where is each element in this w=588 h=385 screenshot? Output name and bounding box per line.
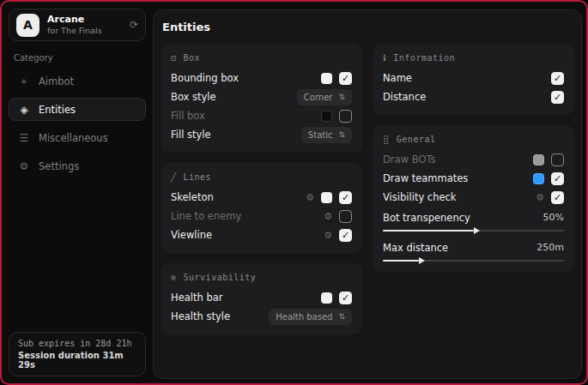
row-label: Health bar — [171, 292, 223, 304]
health-style-dropdown[interactable]: Health based ⇅ — [269, 309, 352, 325]
draw-bots-checkbox[interactable] — [551, 153, 564, 166]
right-column: ℹ Information Name Distance — [373, 44, 574, 272]
row-label: Draw BOTs — [383, 153, 436, 165]
brand-card: A Arcane for The Finals ⟳ — [9, 9, 146, 41]
row-label: Box style — [171, 91, 216, 103]
grid-icon: ⣿ — [383, 135, 390, 144]
panel-information-header: ℹ Information — [383, 53, 564, 63]
sync-icon[interactable]: ⟳ — [130, 19, 138, 31]
gear-icon[interactable]: ⚙ — [324, 211, 332, 222]
gear-icon[interactable]: ⚙ — [324, 230, 332, 241]
bounding-box-checkbox[interactable] — [339, 72, 352, 85]
panel-survivability-header: ⊕ Survivability — [171, 273, 352, 282]
max-distance-slider[interactable] — [383, 260, 564, 262]
sidebar-item-settings[interactable]: ⚙ Settings — [9, 154, 146, 177]
row-distance: Distance — [383, 87, 564, 106]
gear-icon: ⚙ — [18, 160, 30, 172]
name-checkbox[interactable] — [551, 72, 564, 85]
row-label: Bounding box — [171, 72, 239, 84]
main-panel: Entities ⊡ Box Bounding box — [153, 9, 582, 379]
gear-icon[interactable]: ⚙ — [306, 192, 314, 203]
gear-icon[interactable]: ⚙ — [536, 192, 544, 203]
row-label: Visibility check — [383, 191, 457, 203]
max-distance-group: Max distance 250m — [383, 239, 564, 262]
color-swatch[interactable] — [321, 73, 332, 84]
color-swatch[interactable] — [321, 292, 332, 304]
bot-transparency-slider[interactable] — [383, 230, 564, 232]
bot-transparency-group: Bot transpenency 50% — [383, 209, 564, 232]
row-skeleton: Skeleton ⚙ — [171, 188, 352, 207]
slider-value: 250m — [536, 242, 564, 253]
line-to-enemy-checkbox[interactable] — [339, 210, 352, 223]
panel-lines-header: ╱ Lines — [171, 172, 352, 182]
row-label: Distance — [383, 91, 426, 103]
row-label: Name — [383, 72, 412, 84]
panel-lines: ╱ Lines Skeleton ⚙ Line to enemy — [161, 163, 362, 253]
row-fill-style: Fill style Static ⇅ — [171, 125, 352, 144]
panel-information: ℹ Information Name Distance — [373, 44, 574, 115]
subscription-status-card: Sub expires in 28d 21h Session duration … — [9, 332, 146, 376]
row-name: Name — [383, 69, 564, 87]
distance-checkbox[interactable] — [551, 91, 564, 104]
sidebar-item-label: Entities — [39, 104, 76, 116]
draw-teammates-checkbox[interactable] — [551, 172, 564, 185]
panel-box-header: ⊡ Box — [171, 53, 352, 63]
row-label: Fill box — [171, 110, 205, 122]
brand-title: Arcane — [47, 14, 122, 26]
slider-fill[interactable] — [383, 230, 474, 232]
row-visibility-check: Visibility check ⚙ — [383, 188, 564, 207]
row-fill-box: Fill box — [171, 106, 352, 125]
viewline-checkbox[interactable] — [339, 229, 352, 242]
health-bar-checkbox[interactable] — [339, 292, 352, 304]
entities-icon: ◈ — [18, 104, 30, 116]
visibility-check-checkbox[interactable] — [551, 191, 564, 204]
app-window: A Arcane for The Finals ⟳ Category ⌖ Aim… — [0, 0, 588, 385]
sidebar-item-aimbot[interactable]: ⌖ Aimbot — [9, 69, 146, 93]
session-duration-text: Session duration 31m 29s — [18, 351, 136, 370]
panel-title: Survivability — [184, 273, 257, 282]
color-swatch[interactable] — [321, 111, 332, 122]
row-label: Bot transpenency — [383, 212, 470, 224]
sidebar-item-label: Aimbot — [39, 75, 74, 87]
row-health-bar: Health bar — [171, 288, 352, 307]
panel-general-header: ⣿ General — [383, 135, 564, 144]
sidebar-item-entities[interactable]: ◈ Entities — [9, 98, 146, 121]
row-label: Line to enemy — [171, 210, 241, 222]
dropdown-value: Health based — [276, 312, 332, 322]
dropdown-value: Static — [308, 130, 333, 140]
row-label: Draw teammates — [383, 172, 468, 184]
row-label: Fill style — [171, 129, 211, 141]
left-column: ⊡ Box Bounding box Box style Corner — [161, 44, 362, 334]
color-swatch[interactable] — [533, 154, 544, 165]
sidebar-item-miscellaneous[interactable]: ☰ Miscellaneous — [9, 126, 146, 149]
panel-title: Box — [184, 53, 201, 63]
row-line-to-enemy: Line to enemy ⚙ — [171, 207, 352, 226]
row-draw-teammates: Draw teammates — [383, 169, 564, 188]
fill-style-dropdown[interactable]: Static ⇅ — [301, 127, 352, 143]
box-icon: ⊡ — [171, 53, 177, 63]
row-bounding-box: Bounding box — [171, 69, 352, 87]
row-label: Max distance — [383, 242, 448, 254]
row-viewline: Viewline ⚙ — [171, 226, 352, 244]
sliders-icon: ☰ — [18, 132, 30, 144]
row-label: Viewline — [171, 229, 212, 241]
category-label: Category — [14, 53, 146, 63]
color-swatch[interactable] — [321, 192, 332, 203]
row-label: Health style — [171, 310, 230, 322]
panel-general: ⣿ General Draw BOTs Draw teammates — [373, 125, 574, 272]
skeleton-checkbox[interactable] — [339, 191, 352, 204]
crosshair-icon: ⌖ — [18, 75, 30, 87]
brand-text: Arcane for The Finals — [47, 14, 122, 36]
chevron-up-down-icon: ⇅ — [338, 93, 345, 101]
row-box-style: Box style Corner ⇅ — [171, 87, 352, 106]
fill-box-checkbox[interactable] — [339, 110, 352, 123]
chevron-up-down-icon: ⇅ — [338, 312, 345, 321]
page-title: Entities — [162, 21, 574, 33]
box-style-dropdown[interactable]: Corner ⇅ — [297, 89, 352, 105]
info-icon: ℹ — [383, 53, 386, 63]
slider-fill[interactable] — [383, 260, 419, 262]
color-swatch[interactable] — [533, 173, 544, 184]
dropdown-value: Corner — [304, 93, 333, 102]
brand-logo: A — [16, 14, 39, 37]
row-health-style: Health style Health based ⇅ — [171, 307, 352, 326]
